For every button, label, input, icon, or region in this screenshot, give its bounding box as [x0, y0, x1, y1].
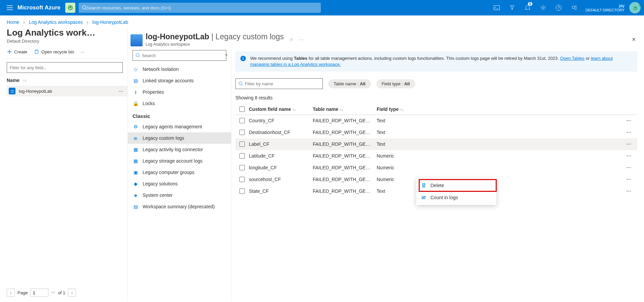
left-more-button[interactable]: ···: [81, 49, 85, 54]
row-more-button[interactable]: ···: [620, 153, 637, 159]
notifications-icon[interactable]: 8: [521, 0, 534, 15]
nav-item[interactable]: ▤Workspace summary (deprecated): [128, 201, 231, 212]
chevron-down-icon[interactable]: [51, 291, 55, 294]
pager: ‹ Page of 1 ›: [7, 284, 127, 301]
nav-icon: 🔒: [132, 101, 139, 106]
resource-title: log-HoneypotLab: [146, 32, 209, 41]
filter-icon[interactable]: [505, 0, 519, 15]
delete-menu-item[interactable]: Delete: [416, 179, 496, 191]
copilot-icon[interactable]: [65, 3, 75, 13]
open-tables-link[interactable]: Open Tables: [560, 56, 584, 61]
svg-point-10: [239, 82, 242, 85]
page-input[interactable]: [30, 289, 48, 297]
nav-item[interactable]: ≣Legacy custom logs: [128, 132, 231, 144]
page-subtitle: Default Directory: [7, 39, 127, 44]
nav-search-input[interactable]: [142, 53, 223, 58]
nav-item[interactable]: ⚙Legacy agents management: [128, 121, 231, 132]
notification-badge: 8: [528, 2, 533, 6]
workspace-item-more[interactable]: ···: [119, 89, 125, 94]
col-field-type[interactable]: Field type↑↓: [377, 106, 424, 112]
nav-item[interactable]: ▦Legacy storage account logs: [128, 155, 231, 167]
table-row[interactable]: Destinationhost_CF FAILED_RDP_WITH_GE… T…: [235, 127, 637, 138]
svg-point-7: [136, 54, 139, 57]
nav-icon: ⚙: [132, 124, 139, 129]
nav-item[interactable]: 🔒Locks: [128, 98, 231, 109]
cloudshell-icon[interactable]: [490, 0, 503, 15]
row-checkbox[interactable]: [239, 141, 245, 147]
field-type-filter[interactable]: Field type : All: [376, 79, 415, 88]
close-icon[interactable]: ✕: [632, 36, 636, 43]
settings-icon[interactable]: [536, 0, 550, 15]
nav-icon: ⫿: [132, 89, 139, 95]
content-pane: i We recommend using Tables for all tabl…: [231, 47, 644, 301]
info-icon: i: [240, 55, 246, 68]
filter-by-name-input[interactable]: [245, 81, 320, 86]
table-name-filter[interactable]: Table name : All: [328, 79, 371, 88]
table-row[interactable]: Label_CF FAILED_RDP_WITH_GE… Text ···: [235, 138, 637, 150]
resource-type-label: Log Analytics workspace: [146, 42, 284, 47]
nav-icon: ≣: [132, 135, 139, 141]
nav-item[interactable]: ◆Legacy solutions: [128, 178, 231, 189]
row-more-button[interactable]: ···: [620, 141, 637, 147]
recycle-bin-button[interactable]: Open recycle bin: [34, 49, 74, 54]
row-more-button[interactable]: ···: [620, 130, 637, 135]
svg-rect-2: [494, 6, 500, 10]
row-checkbox[interactable]: [239, 165, 245, 170]
table-row[interactable]: longitude_CF FAILED_RDP_WITH_GE… Numeric…: [235, 162, 637, 174]
nav-item[interactable]: ◈System center: [128, 189, 231, 201]
global-search[interactable]: [79, 3, 321, 13]
breadcrumb-home[interactable]: Home: [7, 19, 19, 25]
row-checkbox[interactable]: [239, 188, 245, 194]
breadcrumb-current[interactable]: log-HoneypotLab: [92, 19, 128, 25]
table-row[interactable]: Country_CF FAILED_RDP_WITH_GE… Text ···: [235, 115, 637, 127]
nav-item[interactable]: ▦Legacy activity log connector: [128, 144, 231, 155]
global-search-input[interactable]: [87, 5, 317, 10]
help-icon[interactable]: ?: [552, 0, 565, 15]
row-checkbox[interactable]: [239, 118, 245, 123]
sort-icon: ↑↓: [23, 78, 27, 82]
nav-item[interactable]: ▤Linked storage accounts: [128, 75, 231, 86]
username-label: jay: [619, 3, 624, 8]
nav-item[interactable]: ▣Legacy computer groups: [128, 167, 231, 178]
table-row[interactable]: Latitude_CF FAILED_RDP_WITH_GE… Numeric …: [235, 150, 637, 162]
row-checkbox[interactable]: [239, 130, 245, 135]
nav-icon: ◈: [132, 192, 139, 198]
delete-icon: [421, 183, 427, 188]
nav-search[interactable]: [132, 50, 226, 61]
row-more-button[interactable]: ···: [620, 188, 637, 194]
svg-point-3: [542, 7, 544, 9]
count-in-logs-menu-item[interactable]: Count in logs: [416, 191, 496, 204]
collapse-mid-icon[interactable]: «: [225, 52, 228, 57]
blade-header: log-HoneypotLab | Legacy custom logs Log…: [128, 28, 644, 47]
next-page-button[interactable]: ›: [68, 289, 76, 297]
workspace-filter-input[interactable]: [7, 62, 123, 73]
account-menu[interactable]: jay DEFAULT DIRECTORY: [583, 3, 627, 12]
nav-icon: ▦: [132, 158, 139, 164]
row-more-button[interactable]: ···: [620, 177, 637, 182]
workspace-item[interactable]: ◫ log-HoneypotLab ···: [7, 86, 127, 96]
row-more-button[interactable]: ···: [620, 118, 637, 123]
blade-more-button[interactable]: ···: [299, 37, 304, 42]
page-title: Log Analytics work…: [7, 28, 127, 38]
collapse-left-icon[interactable]: «: [639, 3, 641, 8]
favorite-icon[interactable]: ☆: [290, 37, 294, 42]
row-checkbox[interactable]: [239, 177, 245, 182]
prev-page-button[interactable]: ‹: [7, 289, 15, 297]
create-button[interactable]: Create: [7, 49, 27, 54]
breadcrumb-workspaces[interactable]: Log Analytics workspaces: [29, 19, 83, 25]
select-all-checkbox[interactable]: [239, 106, 245, 112]
col-table-name[interactable]: Table name↑↓: [313, 106, 377, 112]
name-column-header[interactable]: Name ↑↓: [7, 78, 127, 83]
col-custom-field[interactable]: Custom field name↑↓: [249, 106, 313, 112]
nav-section-classic: Classic: [128, 109, 231, 121]
nav-item[interactable]: ⫿Properties: [128, 86, 231, 98]
hamburger-icon[interactable]: [3, 5, 16, 10]
row-more-button[interactable]: ···: [620, 165, 637, 170]
resource-icon: [130, 34, 143, 46]
row-checkbox[interactable]: [239, 153, 245, 159]
nav-item[interactable]: ◇Network Isolation: [128, 63, 231, 75]
filter-by-name[interactable]: [235, 78, 323, 89]
feedback-icon[interactable]: [567, 0, 581, 15]
brand-label[interactable]: Microsoft Azure: [17, 4, 61, 11]
nav-icon: ▦: [132, 147, 139, 152]
